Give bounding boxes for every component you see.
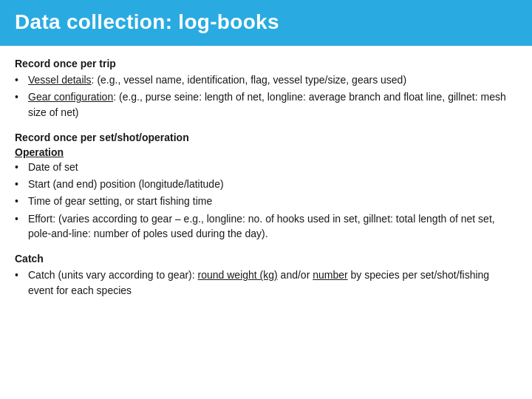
- list-item: • Vessel details: (e.g., vessel name, id…: [15, 72, 517, 87]
- section-record-per-trip: Record once per trip • Vessel details: (…: [15, 58, 517, 120]
- bullet-text: Catch (units vary according to gear): ro…: [28, 267, 517, 298]
- slide-container: Data collection: log-books Record once p…: [0, 0, 532, 399]
- section-header-catch: Catch: [15, 253, 517, 265]
- slide-header: Data collection: log-books: [0, 0, 532, 46]
- bullet-icon: •: [15, 89, 28, 104]
- bullet-text: Start (and end) position (longitude/lati…: [28, 177, 517, 191]
- bullet-text: Time of gear setting, or start fishing t…: [28, 194, 517, 208]
- underline-label: Gear configuration: [28, 91, 113, 103]
- underline-number: number: [313, 269, 347, 281]
- list-item: • Date of set: [15, 160, 517, 174]
- bullet-text: Date of set: [28, 160, 517, 174]
- section-header-trip: Record once per trip: [15, 58, 517, 69]
- bullet-text: Gear configuration: (e.g., purse seine: …: [28, 89, 517, 120]
- underline-round-weight: round weight (kg): [198, 269, 278, 281]
- bullet-icon: •: [15, 211, 28, 226]
- bullet-icon: •: [15, 267, 28, 282]
- list-item: • Start (and end) position (longitude/la…: [15, 177, 517, 191]
- slide-content: Record once per trip • Vessel details: (…: [0, 46, 532, 399]
- section-header-set: Record once per set/shot/operation: [15, 132, 517, 143]
- bullet-icon: •: [15, 177, 28, 191]
- sub-header-operation: Operation: [15, 146, 517, 158]
- bullet-icon: •: [15, 72, 28, 87]
- list-item: • Time of gear setting, or start fishing…: [15, 194, 517, 208]
- section-record-per-set: Record once per set/shot/operation Opera…: [15, 132, 517, 241]
- section-catch: Catch • Catch (units vary according to g…: [15, 253, 517, 298]
- underline-label: Vessel details: [28, 74, 92, 86]
- slide-title: Data collection: log-books: [15, 10, 517, 34]
- bullet-text: Effort: (varies according to gear – e.g.…: [28, 211, 517, 242]
- list-item: • Catch (units vary according to gear): …: [15, 267, 517, 298]
- bullet-list-set: • Date of set • Start (and end) position…: [15, 160, 517, 241]
- list-item: • Effort: (varies according to gear – e.…: [15, 211, 517, 242]
- list-item: • Gear configuration: (e.g., purse seine…: [15, 89, 517, 120]
- bullet-icon: •: [15, 194, 28, 208]
- bullet-list-trip: • Vessel details: (e.g., vessel name, id…: [15, 72, 517, 120]
- bullet-list-catch: • Catch (units vary according to gear): …: [15, 267, 517, 298]
- bullet-text: Vessel details: (e.g., vessel name, iden…: [28, 72, 517, 87]
- bullet-icon: •: [15, 160, 28, 174]
